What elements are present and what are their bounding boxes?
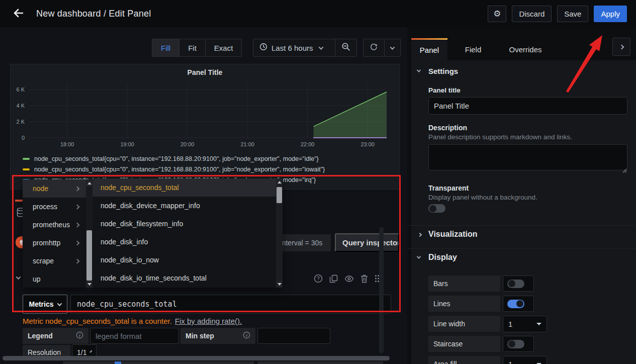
caret-down-icon bbox=[536, 323, 541, 325]
svg-text:23:00: 23:00 bbox=[360, 141, 375, 147]
chevron-right-icon bbox=[75, 240, 80, 245]
bars-option-label: Bars bbox=[428, 276, 500, 292]
save-button[interactable]: Save bbox=[557, 6, 588, 22]
chevron-right-icon bbox=[75, 222, 80, 227]
chevron-down-icon bbox=[90, 350, 93, 353]
resolution-label-text: Resolution bbox=[28, 348, 61, 356]
display-section-header[interactable]: Display bbox=[428, 253, 457, 262]
min-step-input[interactable] bbox=[257, 328, 330, 344]
panel-title-label: Panel title bbox=[428, 86, 461, 94]
bars-toggle[interactable] bbox=[507, 280, 524, 288]
back-button[interactable] bbox=[8, 4, 28, 24]
metric-item[interactable]: node_disk_info bbox=[93, 233, 283, 251]
category-list-scrollbar[interactable] bbox=[86, 179, 93, 288]
legend-format-input[interactable] bbox=[90, 328, 179, 344]
info-icon[interactable]: i bbox=[76, 331, 83, 340]
clipped-row-fragment bbox=[115, 361, 121, 364]
category-item-process[interactable]: process bbox=[23, 198, 86, 216]
metric-item[interactable]: node_cpu_seconds_total bbox=[93, 178, 283, 197]
apply-button[interactable]: Apply bbox=[594, 6, 627, 22]
dashboard-settings-button[interactable]: ⚙ bbox=[488, 6, 506, 22]
area-fill-select[interactable]: 1 bbox=[503, 356, 547, 364]
legend-option-label: Legend i bbox=[23, 328, 88, 344]
visualization-section-header[interactable]: Visualization bbox=[428, 230, 478, 239]
metric-item[interactable]: node_disk_io_time_seconds_total bbox=[93, 269, 283, 287]
line-width-option-label: Line width bbox=[428, 316, 500, 332]
category-item-up[interactable]: up bbox=[23, 270, 86, 288]
area-fill-value: 1 bbox=[508, 360, 512, 364]
legend-item[interactable]: node_cpu_seconds_total{cpu="0", instance… bbox=[23, 166, 325, 173]
svg-text:i: i bbox=[79, 333, 80, 338]
exact-mode-button[interactable]: Exact bbox=[206, 39, 242, 56]
legend-label-text: Legend bbox=[28, 332, 53, 340]
query-inspector-button[interactable]: Query inspector bbox=[335, 233, 399, 252]
metric-list-scrollbar[interactable] bbox=[276, 178, 283, 288]
promql-expression-input[interactable] bbox=[70, 295, 391, 314]
fit-mode-button[interactable]: Fit bbox=[179, 39, 206, 56]
transparent-hint: Display panel without a background. bbox=[428, 194, 537, 201]
scroll-up-icon[interactable] bbox=[86, 179, 93, 187]
lines-toggle[interactable] bbox=[507, 300, 524, 308]
tab-field[interactable]: Field bbox=[447, 38, 499, 60]
line-width-select[interactable]: 1 bbox=[503, 316, 547, 332]
transparent-toggle[interactable] bbox=[428, 204, 445, 213]
chevron-right-icon bbox=[75, 258, 80, 263]
resize-handle-icon[interactable] bbox=[622, 166, 634, 362]
collapse-pane-button[interactable] bbox=[612, 38, 630, 56]
scroll-down-icon[interactable] bbox=[276, 281, 283, 288]
tab-panel[interactable]: Panel bbox=[411, 38, 447, 60]
metrics-dropdown-button[interactable]: Metrics bbox=[23, 295, 67, 314]
vertical-scrollbar[interactable] bbox=[379, 227, 384, 353]
svg-text:4 K: 4 K bbox=[16, 103, 25, 109]
resolution-value: 1/1 bbox=[77, 348, 86, 356]
scroll-up-icon[interactable] bbox=[276, 178, 283, 186]
description-textarea[interactable] bbox=[428, 144, 627, 170]
info-icon[interactable]: i bbox=[243, 331, 250, 340]
scroll-down-icon[interactable] bbox=[86, 281, 93, 288]
panel-preview-title: Panel Title bbox=[11, 68, 399, 76]
timeseries-chart[interactable]: 6 K4 K2 K018:0019:0020:0021:0022:0023:00 bbox=[11, 78, 400, 154]
refresh-interval-dropdown[interactable] bbox=[385, 39, 400, 56]
query-row-collapse-icon[interactable] bbox=[16, 275, 21, 280]
metric-item[interactable]: node_disk_device_mapper_info bbox=[93, 197, 283, 215]
staircase-option-label: Staircase bbox=[428, 336, 500, 352]
time-picker-group: Last 6 hours bbox=[253, 39, 357, 57]
bars-option-control bbox=[503, 276, 534, 292]
panel-title-input[interactable] bbox=[428, 97, 627, 115]
query-row-actions: ? bbox=[314, 274, 380, 283]
arrow-left-icon bbox=[13, 8, 24, 20]
category-item-scrape[interactable]: scrape bbox=[23, 252, 86, 270]
category-item-prometheus[interactable]: prometheus bbox=[23, 216, 86, 234]
top-nav: New dashboard / Edit Panel ⚙ Discard Sav… bbox=[0, 0, 636, 27]
fix-rate-link[interactable]: Fix by adding rate(). bbox=[175, 317, 242, 325]
transparent-label: Transparent bbox=[428, 184, 469, 192]
fill-mode-button[interactable]: Fill bbox=[152, 39, 179, 56]
disable-query-eye-icon[interactable] bbox=[344, 275, 354, 283]
horizontal-scrollbar[interactable] bbox=[3, 356, 390, 360]
svg-text:6 K: 6 K bbox=[16, 86, 25, 93]
discard-button[interactable]: Discard bbox=[512, 6, 552, 22]
svg-text:2 K: 2 K bbox=[16, 119, 25, 125]
category-item-promhttp[interactable]: promhttp bbox=[23, 234, 86, 252]
svg-text:20:00: 20:00 bbox=[180, 141, 195, 147]
grafana-edit-panel-screen: New dashboard / Edit Panel ⚙ Discard Sav… bbox=[0, 0, 636, 364]
metric-item[interactable]: node_disk_io_now bbox=[93, 251, 283, 269]
category-item-node[interactable]: node bbox=[23, 179, 86, 198]
tab-overrides[interactable]: Overrides bbox=[499, 38, 552, 60]
warning-text: Metric node_cpu_seconds_total is a count… bbox=[23, 317, 172, 325]
legend-item[interactable]: node_cpu_seconds_total{cpu="0", instance… bbox=[23, 155, 319, 162]
clipped-row-fragment bbox=[63, 361, 254, 364]
time-range-picker[interactable]: Last 6 hours bbox=[253, 39, 335, 56]
delete-query-trash-icon[interactable] bbox=[360, 275, 368, 283]
legend-item-label: node_cpu_seconds_total{cpu="0", instance… bbox=[34, 166, 325, 173]
settings-section-header[interactable]: Settings bbox=[428, 67, 458, 75]
chevron-down-icon bbox=[390, 45, 395, 50]
duplicate-query-icon[interactable] bbox=[329, 275, 338, 283]
lines-option-control bbox=[503, 296, 534, 312]
svg-text:0: 0 bbox=[22, 135, 25, 141]
metric-item[interactable]: node_disk_filesystem_info bbox=[93, 215, 283, 233]
zoom-out-button[interactable] bbox=[335, 39, 356, 56]
refresh-button[interactable] bbox=[364, 39, 384, 56]
help-icon[interactable]: ? bbox=[314, 274, 323, 283]
staircase-toggle[interactable] bbox=[507, 340, 524, 348]
